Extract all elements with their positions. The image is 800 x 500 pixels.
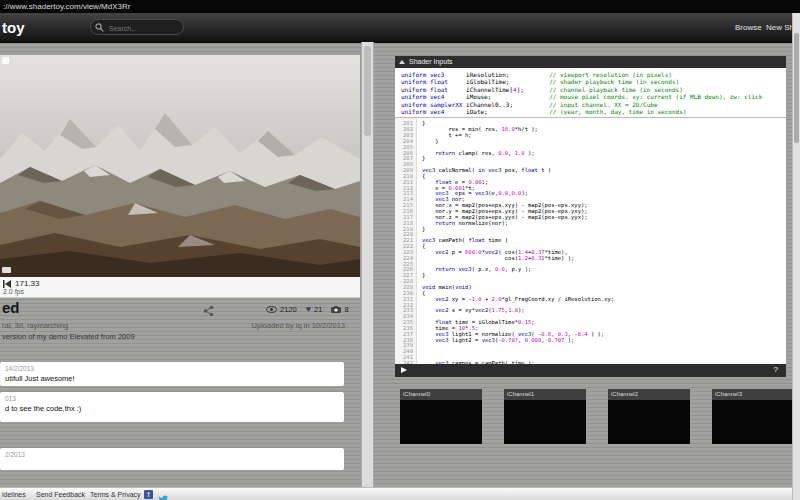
channel-box[interactable]: iChannel2 [608,389,690,444]
compile-run-button[interactable] [401,367,411,375]
shader-description: version of my demo Elevated from 2009 [2,332,135,341]
facebook-icon[interactable] [144,490,153,499]
comment-card: 013d to see the code,thx :) [0,392,344,422]
comment-date: 013 [5,395,339,402]
help-button[interactable]: ? [774,365,778,374]
site-logo[interactable]: toy [2,19,25,36]
code-gutter: 2012022032042052062072082092102112122132… [395,118,417,364]
channel-label: iChannel1 [504,389,586,400]
canvas-overlay-icon[interactable] [2,267,11,273]
share-icon [203,305,214,317]
comment-date: 2/2013 [5,451,339,458]
code-editor[interactable]: 2012022032042052062072082092102112122132… [395,118,786,364]
footer-terms-link[interactable]: Terms & Privacy [90,491,141,498]
shader-inputs-bar[interactable]: Shader Inputs [395,56,786,68]
channel-preview[interactable] [712,400,794,444]
comments-icon [331,306,341,313]
shader-tags[interactable]: ral, 3d, raymarching [2,321,68,330]
page-scrollbar[interactable] [361,42,374,487]
rewind-icon[interactable] [3,280,12,288]
comment-card: 14/2/2013utifull Just awesome! [0,362,344,386]
footer-guidelines-link[interactable]: idelines [2,491,26,498]
shadertoy-page: ://www.shadertoy.com/view/MdX3Rr toy Bro… [0,0,800,500]
comment-text: utifull Just awesome! [5,374,339,383]
channel-preview[interactable] [504,400,586,444]
channel-label: iChannel2 [608,389,690,400]
footer: idelines Send Feedback Terms & Privacy [0,487,800,500]
channel-preview[interactable] [400,400,482,444]
browser-scrollbar-thumb[interactable] [794,33,799,143]
uniform-line: uniform vec4 iDate; // (year, month, day… [401,108,786,115]
shader-title: ed [2,299,20,316]
footer-feedback-link[interactable]: Send Feedback [36,491,85,498]
fps-counter: 2.0 fps [3,288,24,295]
page-url: ://www.shadertoy.com/view/MdX3Rr [3,2,130,11]
nav-browse[interactable]: Browse [735,23,762,32]
channel-label: iChannel0 [400,389,482,400]
uniforms-panel: uniform vec3 iResolution; // viewport re… [395,68,786,118]
uniform-line: uniform samplerXX iChannel0..3; // input… [401,101,786,108]
code-editor-panel: Shader Inputs uniform vec3 iResolution; … [395,56,786,377]
search-box[interactable] [90,19,184,35]
canvas-overlay-icon[interactable] [2,57,9,64]
search-icon [95,23,104,32]
site-header: toy Browse New Shader [0,13,800,43]
channel-preview[interactable] [608,400,690,444]
comment-text: d to see the code,thx :) [5,404,339,413]
channels-row: iChannel0iChannel1iChannel2iChannel3 [400,389,794,444]
share-button[interactable] [203,303,214,321]
browser-address-bar[interactable]: ://www.shadertoy.com/view/MdX3Rr [0,0,800,13]
channel-box[interactable]: iChannel1 [504,389,586,444]
shader-inputs-title: Shader Inputs [409,58,453,65]
uniform-line: uniform float iGlobalTime; // shader pla… [401,78,786,85]
channel-label: iChannel3 [712,389,794,400]
uniform-line: uniform vec4 iMouse; // mouse pixel coor… [401,93,786,100]
browser-scrollbar[interactable] [792,13,800,500]
likes-icon[interactable] [306,304,311,314]
likes-count: 21 [314,305,322,314]
player-bar: 171.33 2.0 fps [0,277,360,298]
play-icon [401,367,407,373]
channel-box[interactable]: iChannel3 [712,389,794,444]
channel-box[interactable]: iChannel0 [400,389,482,444]
shader-stats: 2120 21 8 [266,304,349,314]
search-input[interactable] [107,21,183,35]
terrain-render [0,55,360,277]
playback-time: 171.33 [15,279,39,288]
editor-toolbar: ? [395,364,786,377]
comment-card: 2/2013 [0,448,344,470]
uniform-line: uniform vec3 iResolution; // viewport re… [401,71,786,78]
scrollbar-thumb[interactable] [364,46,371,136]
views-count: 2120 [280,305,297,314]
uploaded-by: Uploaded by iq in 10/2/2013 [170,321,345,330]
comment-date: 14/2/2013 [5,365,339,372]
twitter-icon[interactable] [157,490,168,499]
views-icon [266,306,277,313]
comments-count: 8 [344,305,348,314]
uniform-line: uniform float iChannelTime[4]; // channe… [401,86,786,93]
collapse-icon [399,60,405,64]
code-lines[interactable]: } res = min( res, 16.0*h/t ); t += h; } … [417,118,786,364]
shader-canvas[interactable] [0,55,360,277]
